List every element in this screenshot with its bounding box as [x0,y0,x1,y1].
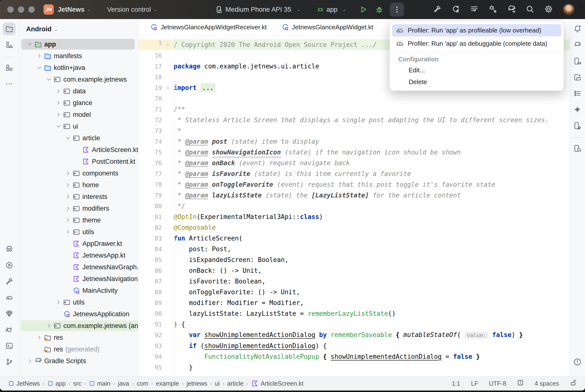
breadcrumb-item[interactable]: java [118,380,129,387]
tree-item-gradle-scripts[interactable]: Gradle Scripts [19,355,138,367]
more-tools-tool-button[interactable] [3,78,16,90]
breadcrumb-item[interactable]: JetNews [8,380,40,387]
chevron-right-icon[interactable] [54,112,63,117]
chevron-right-icon[interactable] [35,335,44,340]
status-unlock[interactable] [570,379,577,388]
project-view-selector[interactable]: Android ⌄ [26,26,138,33]
tree-item-jetnewsapplication[interactable]: JetnewsApplication [19,308,138,320]
tree-item-modifiers[interactable]: modifiers [19,202,138,214]
profiler-tool-button[interactable] [3,291,16,304]
tree-item-data[interactable]: data [19,85,138,97]
chevron-right-icon[interactable] [35,53,44,59]
tree-item-components[interactable]: components [19,168,138,179]
running-devices-tool-button[interactable] [571,71,584,84]
debug-button[interactable] [374,4,385,15]
status-4-spaces[interactable]: 4 spaces [535,380,559,387]
project-name-button[interactable]: JetNews [58,6,85,14]
tree-item-utils[interactable]: utils [19,226,138,238]
app-inspection-tool-button[interactable] [571,142,584,155]
tree-item-jetnewsapp-kt[interactable]: JetnewsApp.kt [19,250,138,261]
app-quality-insights-tool-button[interactable] [3,307,16,320]
tree-item-com-example-jetnews[interactable]: com.example.jetnews [19,74,138,85]
tree-item-appdrawer-kt[interactable]: AppDrawer.kt [19,238,138,250]
settings-button[interactable] [544,5,553,14]
gradle-sync-button[interactable] [507,5,515,14]
popup-action-delete[interactable]: Delete [390,76,564,88]
chevron-down-icon[interactable] [45,77,53,82]
sync-button[interactable] [451,5,460,14]
popup-item[interactable]: Profiler: Run 'app' as profileable (low … [392,24,561,36]
maximize-window-button[interactable] [28,6,35,13]
status-balloon[interactable] [517,379,524,388]
resource-manager-tool-button[interactable] [3,38,16,51]
tree-item-app[interactable]: app [19,38,138,50]
breadcrumb-item[interactable]: jetnews [187,380,207,387]
chevron-down-icon[interactable] [26,42,34,47]
status-utf-8[interactable]: UTF-8 [489,380,506,387]
tree-item-utils[interactable]: utils [19,296,138,308]
tree-item-interests[interactable]: interests [19,191,138,202]
breadcrumb-item[interactable]: ArticleScreen.kt [251,380,304,387]
fold-arrow-icon[interactable] [162,39,174,50]
search-button[interactable] [526,5,534,14]
breadcrumb-item[interactable]: ui [215,380,219,387]
chevron-right-icon[interactable] [64,206,72,211]
tree-item-ui[interactable]: ui [19,120,138,132]
chevron-down-icon[interactable] [64,136,72,141]
popup-action-edit[interactable]: Edit... [390,64,564,76]
breadcrumb-item[interactable]: article [227,380,244,387]
tree-item-manifests[interactable]: manifests [19,50,138,62]
tree-item-article[interactable]: article [19,132,138,144]
status-lf[interactable]: LF [471,380,478,387]
breadcrumb-item[interactable]: com [137,380,148,387]
fold-arrow-icon[interactable] [162,86,174,90]
tree-item-res[interactable]: res [19,332,138,343]
tree-item-glance[interactable]: glance [19,97,138,109]
chevron-right-icon[interactable] [64,182,72,188]
problems-tool-button[interactable] [571,356,584,368]
todo-tool-button[interactable] [571,87,584,100]
apply-changes-button[interactable] [470,5,478,14]
version-control-tool-button[interactable] [3,356,16,368]
logcat-tool-button[interactable] [3,323,16,336]
chevron-right-icon[interactable] [54,88,63,94]
terminal-tool-button[interactable] [3,340,16,352]
tree-item-model[interactable]: model [19,109,138,120]
structure-tool-button[interactable] [3,61,16,74]
tree-item-home[interactable]: home [19,179,138,191]
tree-item-theme[interactable]: theme [19,214,138,226]
status-1-1[interactable]: 1:1 [452,380,460,387]
chevron-right-icon[interactable] [64,194,72,200]
breadcrumb-item[interactable]: src [73,380,82,387]
tree-item-mainactivity[interactable]: MainActivity [19,285,138,296]
chevron-right-icon[interactable] [64,218,72,223]
project-tool-button[interactable] [3,22,16,35]
attach-debugger-button[interactable] [489,5,497,14]
device-selector[interactable]: Medium Phone API 35 ⌄ [215,6,301,14]
breadcrumb-item[interactable]: app [48,380,66,387]
run-config-selector[interactable]: app ⌄ [317,6,347,14]
gradle-tool-button[interactable] [571,38,584,51]
tree-item-com-example-jetnews-an[interactable]: com.example.jetnews (an [19,320,138,332]
user-avatar[interactable] [563,4,574,15]
tree-item-jetnewsnavigation[interactable]: JetnewsNavigation [19,273,138,285]
tree-item-kotlin-java[interactable]: kotlin+java [19,62,138,74]
gemini-tool-button[interactable] [571,103,584,116]
chevron-down-icon[interactable] [35,65,44,70]
tree-item-jetnewsnavgraph-[interactable]: JetnewsNavGraph. [19,261,138,273]
chevron-right-icon[interactable] [64,170,72,176]
close-window-button[interactable] [7,6,14,13]
tree-item-articlescreen-kt[interactable]: ArticleScreen.kt [19,144,138,156]
chevron-right-icon[interactable] [45,323,53,328]
breadcrumb-item[interactable]: example [156,380,179,387]
build-button[interactable] [433,5,441,14]
editor-tab[interactable]: JetnewsGlanceAppWidget.kt [274,19,381,35]
run-button[interactable] [358,4,369,15]
chevron-right-icon[interactable] [54,300,63,305]
breadcrumb-item[interactable]: main [89,380,110,387]
chevron-down-icon[interactable] [54,124,63,129]
editor-tab[interactable]: JetnewsGlanceAppWidgetReceiver.kt [143,19,274,35]
incognito-tool-button[interactable] [3,243,16,256]
chevron-right-icon[interactable] [64,229,72,234]
vcs-button[interactable]: Version control [107,6,151,14]
